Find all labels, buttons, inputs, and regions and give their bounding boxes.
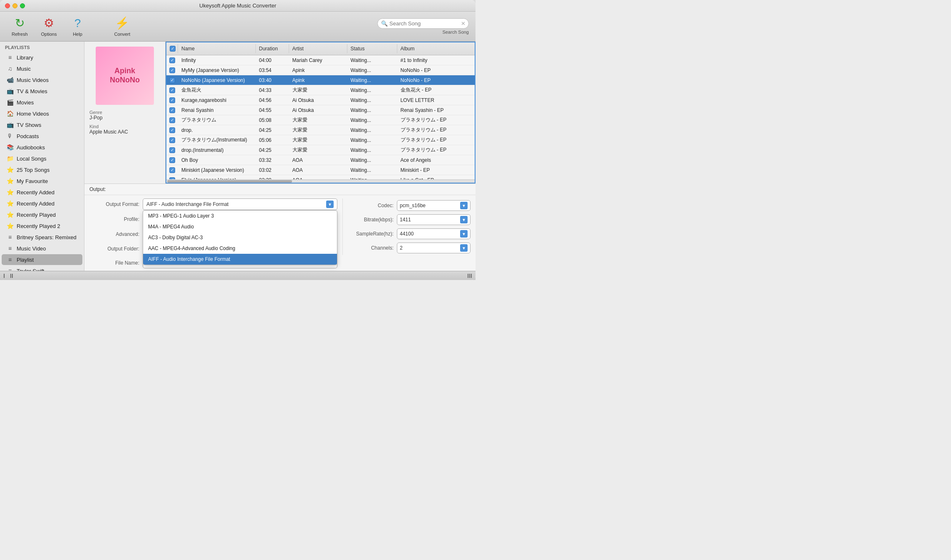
sidebar-item-music-videos[interactable]: 📹Music Videos — [2, 74, 82, 85]
scrollbar-thumb[interactable] — [167, 180, 292, 183]
sidebar-item-local-songs[interactable]: 📁Local Songs — [2, 153, 82, 164]
sidebar-label-playlist: Playlist — [17, 257, 34, 263]
table-row[interactable]: Kurage,nagareboshi 04:56 Ai Otsuka Waiti… — [166, 95, 475, 105]
row-checkbox-12[interactable] — [166, 176, 178, 180]
row-status-7: Waiting... — [347, 126, 397, 134]
dropdown-option-ac3[interactable]: AC3 - Dolby Digital AC-3 — [143, 232, 337, 243]
row-checkbox-10[interactable] — [166, 156, 178, 164]
row-checkbox-7[interactable] — [166, 126, 178, 134]
row-status-11: Waiting... — [347, 166, 397, 174]
sidebar-item-library[interactable]: ≡Library — [2, 52, 82, 63]
row-album-11: Miniskirt - EP — [397, 166, 475, 174]
sidebar-item-home-videos[interactable]: 🏠Home Videos — [2, 108, 82, 119]
sidebar-item-tv-shows[interactable]: 📺TV Shows — [2, 119, 82, 130]
search-area: 🔍 ✕ Search Song — [377, 18, 469, 35]
table-row[interactable]: MyMy (Japanese Version) 03:54 Apink Wait… — [166, 65, 475, 75]
sidebar-item-taylor-swift[interactable]: ≡Taylor Swift — [2, 265, 82, 271]
convert-button[interactable]: ⚡ Convert — [109, 14, 135, 39]
row-artist-3: 大家愛 — [289, 85, 347, 95]
sidebar-label-music: Music — [17, 66, 31, 72]
dropdown-option-aiff[interactable]: AIFF - Audio Interchange File Format — [143, 254, 337, 265]
sidebar-item-recently-played-1[interactable]: ⭐Recently Played — [2, 209, 82, 220]
dropdown-option-mp3[interactable]: MP3 - MPEG-1 Audio Layer 3 — [143, 211, 337, 221]
bitrate-select[interactable]: 1411 ▼ — [397, 214, 471, 225]
sidebar-label-25-top-songs: 25 Top Songs — [17, 167, 50, 173]
dropdown-option-aac[interactable]: AAC - MPEG4-Advanced Audio Coding — [143, 243, 337, 254]
play-button[interactable]: I — [3, 273, 5, 279]
minimize-button[interactable] — [12, 3, 17, 8]
row-album-1: NoNoNo - EP — [397, 66, 475, 74]
row-artist-5: Ai Otsuka — [289, 106, 347, 114]
maximize-button[interactable] — [20, 3, 25, 8]
table-row[interactable]: 金魚花火 04:33 大家愛 Waiting... 金魚花火 - EP — [166, 85, 475, 95]
table-row[interactable]: drop. 04:25 大家愛 Waiting... プラネタリウム - EP — [166, 125, 475, 135]
row-checkbox-2[interactable] — [166, 77, 178, 84]
sidebar-item-tv-movies[interactable]: 📺TV & Movies — [2, 86, 82, 97]
table-row[interactable]: プラネタリウム 05:08 大家愛 Waiting... プラネタリウム - E… — [166, 115, 475, 125]
search-box[interactable]: 🔍 ✕ — [377, 18, 469, 29]
row-name-1: MyMy (Japanese Version) — [178, 66, 256, 74]
samplerate-select[interactable]: 44100 ▼ — [397, 228, 471, 239]
clear-search-icon[interactable]: ✕ — [461, 20, 466, 27]
sidebar-item-britney-spears[interactable]: ≡Britney Spears: Remixed — [2, 232, 82, 243]
sidebar-icon-recently-played-1: ⭐ — [7, 211, 13, 218]
row-checkbox-9[interactable] — [166, 146, 178, 154]
options-button[interactable]: ⚙ Options — [36, 14, 62, 39]
table-row[interactable]: NoNoNo (Japanese Version) 03:40 Apink Wa… — [166, 75, 475, 85]
table-row[interactable]: Miniskirt (Japanese Version) 03:02 AOA W… — [166, 165, 475, 175]
sidebar-item-music-video[interactable]: ≡Music Video — [2, 243, 82, 254]
format-control: AIFF - Audio Interchange File Format ▼ M… — [143, 198, 337, 210]
close-button[interactable] — [5, 3, 10, 8]
refresh-button[interactable]: ↻ Refresh — [7, 14, 33, 39]
row-album-9: プラネタリウム - EP — [397, 145, 475, 155]
row-checkbox-3[interactable] — [166, 87, 178, 94]
row-checkbox-8[interactable] — [166, 136, 178, 144]
help-button[interactable]: ? Help — [65, 14, 90, 39]
row-checkbox-0[interactable] — [166, 57, 178, 64]
row-album-10: Ace of Angels — [397, 156, 475, 164]
search-input[interactable] — [389, 20, 459, 27]
sidebar-item-recently-added-1[interactable]: ⭐Recently Added — [2, 187, 82, 198]
table-row[interactable]: プラネタリウム(Instrumental) 05:06 大家愛 Waiting.… — [166, 135, 475, 145]
sidebar-item-movies[interactable]: 🎬Movies — [2, 97, 82, 108]
row-artist-11: AOA — [289, 166, 347, 174]
row-duration-9: 04:25 — [256, 146, 289, 154]
sidebar-item-podcasts[interactable]: 🎙Podcasts — [2, 131, 82, 141]
horizontal-scrollbar[interactable] — [166, 179, 475, 183]
format-select[interactable]: AIFF - Audio Interchange File Format ▼ — [143, 198, 337, 210]
row-name-10: Oh Boy — [178, 156, 256, 164]
sidebar-item-recently-added-2[interactable]: ⭐Recently Added — [2, 198, 82, 209]
format-row: Output Format: AIFF - Audio Interchange … — [89, 198, 337, 210]
select-all-checkbox[interactable] — [170, 46, 176, 52]
row-checkbox-1[interactable] — [166, 67, 178, 74]
pause-button[interactable]: II — [10, 273, 13, 279]
codec-select[interactable]: pcm_s16be ▼ — [397, 200, 471, 211]
table-row[interactable]: Oh Boy 03:32 AOA Waiting... Ace of Angel… — [166, 155, 475, 165]
sidebar-item-audiobooks[interactable]: 📚Audiobooks — [2, 142, 82, 153]
sidebar-item-25-top-songs[interactable]: ⭐25 Top Songs — [2, 164, 82, 175]
dropdown-option-m4a[interactable]: M4A - MPEG4 Audio — [143, 221, 337, 232]
sidebar-item-music[interactable]: ♫Music — [2, 63, 82, 74]
row-checkbox-5[interactable] — [166, 107, 178, 114]
sidebar-item-my-favourite[interactable]: ⭐My Favourite — [2, 176, 82, 186]
channels-select[interactable]: 2 ▼ — [397, 243, 471, 253]
samplerate-value: 44100 — [400, 231, 414, 237]
row-checkbox-6[interactable] — [166, 116, 178, 124]
row-checkbox-4[interactable] — [166, 97, 178, 104]
row-name-2: NoNoNo (Japanese Version) — [178, 76, 256, 84]
channels-label: Channels: — [348, 245, 394, 251]
table-row[interactable]: Renai Syashin 04:55 Ai Otsuka Waiting...… — [166, 105, 475, 115]
columns-button[interactable]: III — [467, 273, 472, 279]
sidebar-label-library: Library — [17, 55, 33, 61]
row-album-5: Renai Syashin - EP — [397, 106, 475, 114]
sidebar-item-playlist[interactable]: ≡Playlist — [2, 254, 82, 265]
sidebar-icon-podcasts: 🎙 — [7, 133, 13, 139]
table-row[interactable]: Infinity 04:00 Mariah Carey Waiting... #… — [166, 55, 475, 65]
table-row[interactable]: Elvis (Japanese Version) 03:20 AOA Waiti… — [166, 175, 475, 179]
sidebar-item-recently-played-2[interactable]: ⭐Recently Played 2 — [2, 221, 82, 231]
row-duration-10: 03:32 — [256, 156, 289, 164]
table-row[interactable]: drop.(Instrumental) 04:25 大家愛 Waiting...… — [166, 145, 475, 155]
row-album-2: NoNoNo - EP — [397, 76, 475, 84]
row-checkbox-11[interactable] — [166, 166, 178, 174]
row-name-3: 金魚花火 — [178, 85, 256, 95]
